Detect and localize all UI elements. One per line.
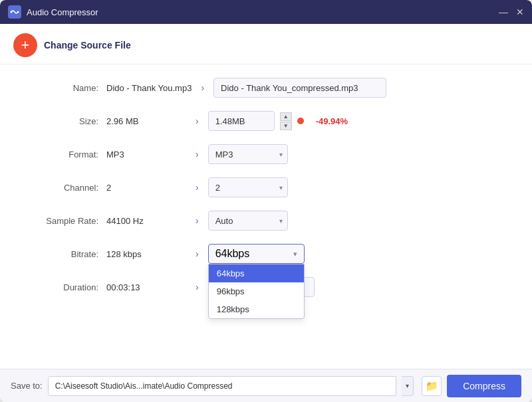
channel-arrow: › [196,182,199,193]
bitrate-option-96[interactable]: 96kbps [209,282,304,300]
format-select[interactable]: MP3 [208,144,288,164]
folder-icon: 📁 [426,380,438,392]
sample-rate-select-wrapper: Auto ▾ [208,211,288,231]
size-up-button[interactable]: ▲ [280,112,292,121]
save-path-dropdown-button[interactable]: ▾ [402,376,414,396]
bitrate-current-value: 64kbps [215,248,250,260]
bitrate-dropdown: 64kbps 96kbps 128kbps [208,264,305,319]
minimize-button[interactable]: — [499,7,508,17]
bitrate-label: Bitrate: [27,249,106,259]
sample-rate-row: Sample Rate: 44100 Hz › Auto ▾ [27,211,505,231]
channel-row: Channel: 2 › 2 ▾ [27,177,505,197]
name-row: Name: Dido - Thank You.mp3 › [27,78,505,98]
size-down-button[interactable]: ▼ [280,122,292,130]
duration-arrow: › [196,282,199,292]
bitrate-source: 128 kbps [106,249,186,259]
duration-source: 00:03:13 [106,282,186,292]
duration-label: Duration: [27,282,106,292]
bitrate-select-wrapper: 64kbps ▾ 64kbps 96kbps 128kbps [208,244,305,264]
title-bar-left: Audio Compressor [8,5,98,19]
sample-rate-select[interactable]: Auto [208,211,288,231]
toolbar-label[interactable]: Change Source File [44,40,131,50]
size-source: 2.96 MB [106,116,186,126]
app-window: Audio Compressor — ✕ + Change Source Fil… [0,0,532,402]
save-to-label: Save to: [11,381,43,391]
bitrate-row: Bitrate: 128 kbps › 64kbps ▾ 64kbps 96kb… [27,244,505,264]
name-arrow: › [201,82,204,93]
bitrate-dropdown-trigger[interactable]: 64kbps ▾ [208,244,305,264]
bitrate-option-64[interactable]: 64kbps [209,264,304,282]
size-output-input[interactable] [208,111,275,131]
close-button[interactable]: ✕ [516,7,524,17]
format-source: MP3 [106,150,186,159]
plus-icon: + [21,38,30,52]
folder-browse-button[interactable]: 📁 [422,376,442,396]
size-row: Size: 2.96 MB › ▲ ▼ -49.94% [27,111,505,131]
add-source-button[interactable]: + [13,33,37,57]
format-select-wrapper: MP3 ▾ [208,144,288,164]
name-label: Name: [27,83,106,93]
save-path-input[interactable] [48,376,397,396]
channel-source: 2 [106,183,186,193]
size-indicator-dot [297,118,304,124]
format-arrow: › [196,149,199,159]
size-spinner: ▲ ▼ [280,112,292,130]
main-content: Name: Dido - Thank You.mp3 › Size: 2.96 … [0,64,532,369]
compress-button[interactable]: Compress [447,375,521,397]
size-wrapper: ▲ ▼ -49.94% [208,111,348,131]
channel-select-wrapper: 2 ▾ [208,177,288,197]
sample-rate-source: 44100 Hz [106,216,186,226]
name-output-input[interactable] [213,78,386,98]
title-bar-controls: — ✕ [499,7,524,17]
bitrate-chevron-icon: ▾ [293,250,297,258]
sample-rate-arrow: › [196,215,199,226]
channel-label: Channel: [27,183,106,193]
format-row: Format: MP3 › MP3 ▾ [27,144,505,164]
channel-select[interactable]: 2 [208,177,288,197]
app-icon [8,5,21,19]
name-source: Dido - Thank You.mp3 [106,83,192,93]
window-title: Audio Compressor [27,7,98,17]
size-percent: -49.94% [316,116,348,126]
format-label: Format: [27,150,106,159]
svg-point-1 [11,11,13,13]
toolbar: + Change Source File [0,24,532,64]
sample-rate-label: Sample Rate: [27,216,106,226]
bitrate-option-128[interactable]: 128kbps [209,300,304,318]
title-bar: Audio Compressor — ✕ [0,0,532,24]
size-label: Size: [27,116,106,126]
svg-point-2 [17,11,19,13]
footer: Save to: ▾ 📁 Compress [0,369,532,402]
size-arrow: › [196,116,199,126]
bitrate-arrow: › [196,249,199,259]
